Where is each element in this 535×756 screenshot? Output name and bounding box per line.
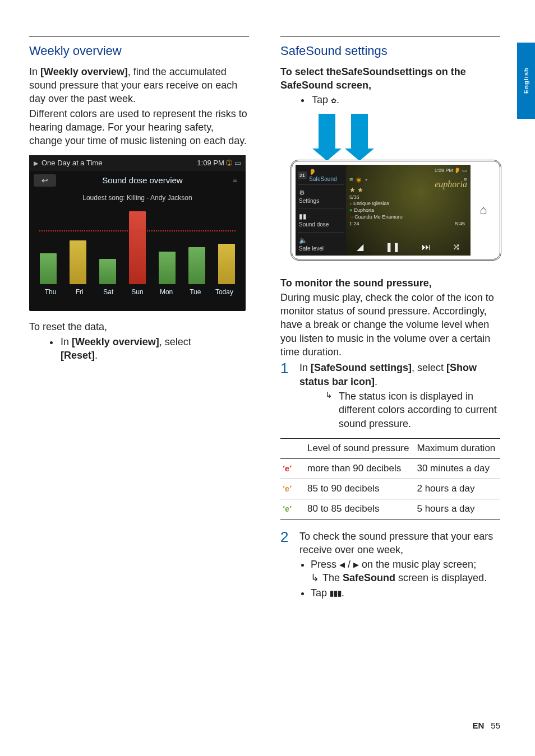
bar-sun — [129, 211, 146, 284]
step2-bullet-2: Tap ▮▮▮. — [311, 586, 500, 600]
back-button[interactable]: ↩ — [34, 174, 56, 187]
now-playing-title: ▶One Day at a Time — [34, 158, 102, 168]
day-label: Today — [214, 287, 234, 296]
step2-text: To check the sound pressure that your ea… — [299, 530, 500, 557]
sidebar-item-safe-level[interactable]: 🔈Safe level — [298, 232, 344, 256]
day-label: Fri — [70, 287, 90, 296]
text: Safe level — [299, 245, 324, 252]
left-triangle-icon: ◀ — [339, 561, 345, 569]
threshold-line — [39, 230, 236, 231]
right-triangle-icon: ▶ — [353, 561, 359, 569]
bar-mon — [159, 252, 176, 284]
calendar-day: 21 — [298, 171, 307, 179]
bar-fri — [70, 240, 86, 284]
bar-tue — [188, 247, 205, 284]
sidebar-item-settings[interactable]: ⚙Settings — [298, 184, 344, 208]
text: One Day at a Time — [41, 159, 102, 167]
loudest-song-label: Loudest song: Killing - Andy Jackson — [35, 193, 240, 202]
device-main: 1:09 PM 👂 ▭ ≡ ◉ ▪ ≡ euphoria ★ ★ 5/36 — [346, 165, 471, 256]
corner-icon[interactable]: ◢ — [357, 241, 363, 253]
text: , select — [159, 336, 191, 347]
home-icon[interactable]: ⌂ — [479, 202, 487, 219]
cell-duration: 5 hours a day — [414, 499, 500, 519]
next-button[interactable]: ⏭ — [422, 241, 431, 253]
album-name: ● Euphoria — [349, 207, 467, 214]
bars-icon: ▮▮▮ — [330, 589, 342, 597]
cell-duration: 2 hours a day — [414, 479, 500, 499]
cell-level: 80 to 85 decibels — [305, 499, 414, 519]
step2-bullet-1: Press ◀ / ▶ on the music play screen; ↳ … — [311, 558, 500, 585]
table-row: ʻeʼ more than 90 decibels 30 minutes a d… — [280, 458, 500, 479]
sidebar-item-sound-dose[interactable]: ▮▮Sound dose — [298, 208, 344, 232]
device-time: 1:09 PM 👂 ▭ — [434, 167, 467, 174]
footer-lang: EN — [472, 721, 484, 730]
song-name: ♫ Cuando Me Enamoro — [349, 214, 467, 221]
text: . — [336, 94, 339, 105]
reset-heading: To reset the data, — [29, 320, 249, 333]
sound-dose-screenshot: ▶One Day at a Time 1:09 PM ➀ ▭ ↩ Sound d… — [29, 155, 246, 311]
ear-icon-red: ʻeʼ — [283, 464, 292, 473]
gear-icon: ✿ — [331, 97, 336, 105]
menu-icon[interactable]: ≡ — [229, 175, 241, 185]
select-settings-heading: To select theSafeSoundsettings on the Sa… — [280, 65, 500, 92]
cell-level: 85 to 90 decibels — [305, 479, 414, 499]
table-row: ʻeʼ 85 to 90 decibels 2 hours a day — [280, 479, 500, 499]
table-row: ʻeʼ 80 to 85 decibels 5 hours a day — [280, 499, 500, 519]
speaker-icon: 🔈 — [299, 236, 343, 245]
duration: 5:45 — [455, 221, 465, 228]
sound-dose-chart: Loudest song: Killing - Andy Jackson Thu… — [29, 190, 246, 311]
disc-icon[interactable]: ◉ — [356, 175, 362, 184]
text: Tap — [312, 94, 331, 105]
safesound-label: 👂 SafeSound — [309, 168, 344, 183]
album-art-text: euphoria — [435, 178, 467, 191]
tap-gear-instruction: Tap ✿. — [311, 93, 500, 106]
bar-today — [218, 244, 235, 284]
bar-thu — [40, 253, 57, 284]
list-icon[interactable]: ≡ — [349, 175, 353, 184]
step-number-2: 2 — [280, 530, 294, 601]
weekly-overview-colors: Different colors are used to represent t… — [29, 107, 249, 148]
reset-instruction: In [Weekly overview], select [Reset]. — [59, 335, 249, 363]
day-label: Sun — [127, 287, 147, 296]
device-sidebar: 21 👂 SafeSound ⚙Settings ▮▮Sound dose 🔈S… — [296, 165, 346, 256]
table-header-level: Level of sound pressure — [305, 438, 414, 458]
artist-name: ♪ Enrique Iglesias — [349, 201, 467, 207]
status-time: 1:09 PM ➀ ▭ — [197, 158, 241, 168]
text: [Reset] — [61, 350, 95, 361]
arrow-down-icon — [319, 114, 335, 150]
weekly-overview-heading: Weekly overview — [29, 39, 249, 59]
sound-level-table: Level of sound pressure Maximum duration… — [280, 438, 500, 520]
table-header-duration: Maximum duration — [414, 438, 500, 458]
footer-page: 55 — [491, 721, 500, 730]
cell-duration: 30 minutes a day — [414, 458, 500, 479]
day-label: Tue — [185, 287, 205, 296]
step1-result: The status icon is displayed in differen… — [339, 389, 500, 430]
result-arrow-icon: ↳ — [325, 389, 336, 430]
ear-icon-orange: ʻeʼ — [283, 484, 292, 493]
day-label: Sat — [98, 287, 118, 296]
language-tab: English — [517, 43, 535, 119]
weekly-overview-ref: [Weekly overview] — [40, 66, 128, 77]
text: . — [95, 350, 98, 361]
text: In — [29, 66, 40, 77]
vol-icon[interactable]: ▪ — [365, 175, 367, 184]
gear-icon: ⚙ — [299, 188, 343, 197]
result-arrow-icon: ↳ — [311, 571, 319, 585]
monitor-heading: To monitor the sound pressure, — [280, 276, 500, 290]
position: 1:24 — [349, 221, 359, 228]
page-footer: EN55 — [472, 720, 500, 731]
shuffle-button[interactable]: ⤮ — [453, 241, 460, 253]
monitor-body: During music play, check the color of th… — [280, 291, 500, 359]
device-home-area: ⌂ — [471, 165, 496, 256]
safesound-settings-heading: SafeSound settings — [280, 39, 500, 59]
step1-text: In [SafeSound settings], select [Show st… — [299, 361, 500, 388]
battery-icon: ▭ — [234, 159, 241, 167]
arrow-down-icon — [351, 114, 368, 150]
bars-icon: ▮▮ — [299, 212, 343, 221]
day-label: Thu — [40, 287, 61, 296]
track-count: 5/36 — [349, 194, 467, 201]
pause-button[interactable]: ❚❚ — [385, 241, 400, 253]
safesound-screen-figure: 21 👂 SafeSound ⚙Settings ▮▮Sound dose 🔈S… — [280, 110, 501, 265]
day-label: Mon — [156, 287, 177, 296]
text: [Weekly overview] — [72, 336, 159, 347]
